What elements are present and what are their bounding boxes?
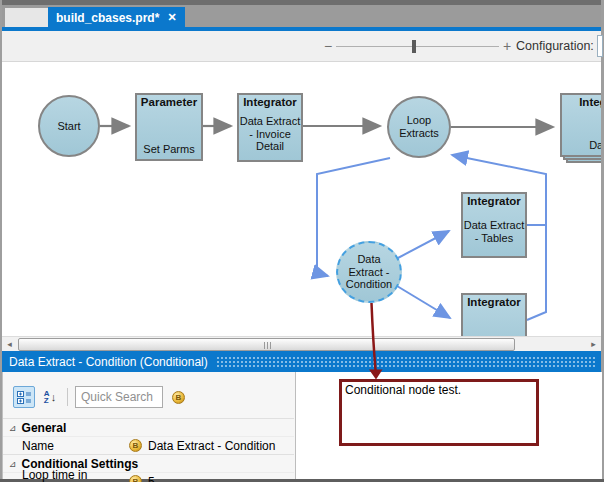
category-general[interactable]: ⊿ General xyxy=(3,418,294,436)
app-window: build_cbases.prd* ✕ − + Configuration: xyxy=(0,0,604,482)
zoom-in-button[interactable]: + xyxy=(503,38,511,54)
configuration-combo[interactable] xyxy=(597,35,603,57)
category-label: General xyxy=(22,421,67,435)
scroll-right-icon[interactable]: ▸ xyxy=(586,338,601,351)
scrollbar-grip xyxy=(267,342,268,349)
az-sort-icon: AZ xyxy=(44,390,50,404)
node-title: Integrator xyxy=(562,95,601,108)
tab-build-cbases[interactable]: build_cbases.prd* ✕ xyxy=(48,7,185,28)
node-integrator-bottom[interactable]: Integrator xyxy=(461,293,527,336)
node-title: Integrator xyxy=(239,95,301,108)
quick-search-input[interactable] xyxy=(75,386,163,408)
tab-strip-lead xyxy=(5,8,48,27)
property-grid-toolbar: AZ ↓ B xyxy=(13,386,185,408)
categorized-view-button[interactable] xyxy=(13,386,35,408)
zoom-slider-thumb[interactable] xyxy=(412,40,416,53)
scrollbar-thumb[interactable] xyxy=(18,338,515,351)
titlebar-dot-texture xyxy=(216,356,597,367)
node-start[interactable]: Start xyxy=(38,95,100,157)
node-body: Data Extract - Tables xyxy=(463,207,525,256)
node-title: Parameter xyxy=(137,95,201,108)
property-row-loop-time[interactable]: Loop time in minutes B 5 xyxy=(3,472,294,482)
node-loop-extracts[interactable]: Loop Extracts xyxy=(387,96,451,158)
connector-condition-tables[interactable] xyxy=(396,231,449,259)
property-value[interactable]: 5 xyxy=(148,475,155,482)
sort-arrow-icon: ↓ xyxy=(51,391,57,403)
property-value[interactable]: Data Extract - Condition xyxy=(148,439,275,453)
scroll-left-icon[interactable]: ◂ xyxy=(2,338,17,351)
node-integrator-invoice[interactable]: Integrator Data Extract - Invoice Detail xyxy=(237,93,303,162)
connector-condition-bottom[interactable] xyxy=(397,286,450,318)
node-label: Start xyxy=(57,120,80,133)
node-title: Integrator xyxy=(463,194,525,207)
tab-close-icon[interactable]: ✕ xyxy=(167,11,176,24)
comment-pane: Conditional node test. xyxy=(296,372,602,479)
property-panel-titlebar: Data Extract - Condition (Conditional) xyxy=(2,351,601,372)
node-body: Data P xyxy=(562,108,601,155)
property-grid: ⊿ General Name B Data Extract - Conditio… xyxy=(3,418,294,482)
zoom-slider-track[interactable] xyxy=(336,46,499,47)
tab-label: build_cbases.prd* xyxy=(56,11,159,25)
property-grid-pane: AZ ↓ B ⊿ General Name B Data Extract - C… xyxy=(3,372,294,479)
node-body: Data Extract - Invoice Detail xyxy=(239,108,301,160)
comment-box[interactable]: Conditional node test. xyxy=(339,379,539,446)
toolbar-separator xyxy=(67,388,68,406)
zoom-out-button[interactable]: − xyxy=(324,38,332,54)
horizontal-scrollbar[interactable]: ◂ ▸ xyxy=(2,336,601,351)
node-body: Set Parms xyxy=(137,108,201,159)
node-label: Loop Extracts xyxy=(393,114,445,139)
node-label: Data Extract - Condition xyxy=(342,253,396,291)
node-parameter[interactable]: Parameter Set Parms xyxy=(135,93,203,161)
property-panel-body: AZ ↓ B ⊿ General Name B Data Extract - C… xyxy=(2,372,601,479)
node-title: Integrator xyxy=(463,295,525,308)
node-integrator-stacked[interactable]: Integrator Data P xyxy=(560,93,601,157)
property-panel-title: Data Extract - Condition (Conditional) xyxy=(9,355,208,369)
diagram-canvas[interactable]: Start Parameter Set Parms Integrator Dat… xyxy=(2,62,601,336)
property-label: Name xyxy=(22,439,129,453)
property-row-name[interactable]: Name B Data Extract - Condition xyxy=(3,436,294,454)
node-body xyxy=(463,308,525,336)
node-data-extract-condition[interactable]: Data Extract - Condition xyxy=(336,241,402,303)
expander-icon[interactable]: ⊿ xyxy=(9,459,17,469)
property-label: Loop time in minutes xyxy=(22,468,129,482)
expander-icon[interactable]: ⊿ xyxy=(9,423,17,433)
node-integrator-tables[interactable]: Integrator Data Extract - Tables xyxy=(461,192,527,258)
coin-icon: B xyxy=(172,391,185,404)
categorized-icon xyxy=(17,390,32,405)
canvas-toolbar: − + Configuration: xyxy=(2,31,601,62)
coin-icon: B xyxy=(129,439,142,452)
tab-strip: build_cbases.prd* ✕ xyxy=(2,5,601,27)
alphabetical-sort-button[interactable]: AZ ↓ xyxy=(39,386,61,408)
configuration-label: Configuration: xyxy=(516,39,594,53)
coin-icon: B xyxy=(129,475,142,482)
